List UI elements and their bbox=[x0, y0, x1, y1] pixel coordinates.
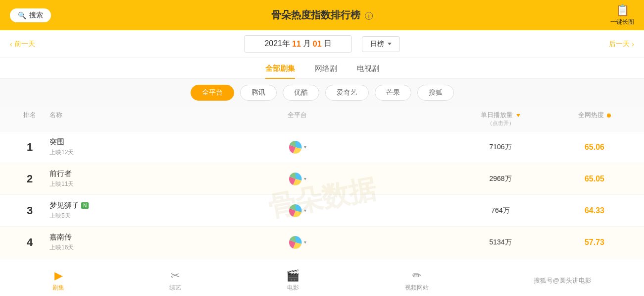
nav-variety[interactable]: ✂ 综艺 bbox=[169, 269, 181, 292]
bottom-nav: ▶ 剧集 ✂ 综艺 🎬 电影 ✏ 视频网站 搜狐号@圆头讲电影 bbox=[0, 265, 644, 296]
platform-mango[interactable]: 芒果 bbox=[375, 85, 411, 101]
plays-3: 764万 bbox=[446, 206, 555, 215]
tab-all-dramas[interactable]: 全部剧集 bbox=[265, 64, 295, 78]
date-day: 01 bbox=[313, 40, 322, 49]
main-content: 🔍 搜索 骨朵热度指数排行榜 i 📋 一键长图 ‹ 前一天 2021年 11 月… bbox=[0, 0, 644, 296]
prev-day-button[interactable]: ‹ 前一天 bbox=[10, 40, 35, 49]
show-days-3: 上映5天 bbox=[50, 212, 149, 220]
top-bar: 🔍 搜索 骨朵热度指数排行榜 i 📋 一键长图 bbox=[0, 0, 644, 30]
plays-sub: （点击开） bbox=[446, 119, 555, 127]
rank-2: 2 bbox=[10, 173, 50, 185]
show-info-3: 梦见狮子 N 上映5天 bbox=[50, 201, 149, 220]
nav-video-site[interactable]: ✏ 视频网站 bbox=[405, 269, 429, 292]
platform-youku[interactable]: 优酷 bbox=[283, 85, 319, 101]
next-day-button[interactable]: 后一天 › bbox=[609, 40, 634, 49]
header-rank: 排名 bbox=[10, 111, 50, 127]
date-wrapper: 2021年 11 月 01 日 日榜 bbox=[244, 35, 399, 53]
heat-3: 64.33 bbox=[555, 206, 634, 215]
rank-3: 3 bbox=[10, 204, 50, 217]
show-info-2: 前行者 上映11天 bbox=[50, 169, 149, 188]
variety-icon: ✂ bbox=[171, 269, 180, 282]
table-row: 2 前行者 上映11天 ▾ 2968万 65.05 bbox=[0, 163, 644, 195]
show-days-4: 上映16天 bbox=[50, 243, 149, 252]
show-name-3: 梦见狮子 N bbox=[50, 201, 149, 210]
show-days-2: 上映11天 bbox=[50, 180, 149, 188]
platform-bar: 全平台 腾讯 优酷 爱奇艺 芒果 搜狐 bbox=[0, 79, 644, 107]
movie-icon: 🎬 bbox=[286, 269, 299, 282]
page-title: 骨朵热度指数排行榜 i bbox=[271, 8, 373, 22]
table-row: 4 嘉南传 上映16天 ▾ 5134万 57.73 bbox=[0, 227, 644, 258]
tab-tv-dramas[interactable]: 电视剧 bbox=[357, 64, 379, 78]
table-row: 3 梦见狮子 N 上映5天 ▾ 764万 64.33 bbox=[0, 195, 644, 227]
platform-all[interactable]: 全平台 bbox=[191, 85, 234, 101]
date-separator: 月 bbox=[303, 39, 311, 49]
date-month: 11 bbox=[292, 40, 301, 49]
nav-movie[interactable]: 🎬 电影 bbox=[286, 269, 299, 292]
pie-chart-2 bbox=[288, 172, 303, 186]
pie-chart-4 bbox=[288, 235, 303, 250]
nav-drama[interactable]: ▶ 剧集 bbox=[52, 269, 64, 292]
tab-web-dramas[interactable]: 网络剧 bbox=[315, 64, 337, 78]
show-info-1: 突围 上映12天 bbox=[50, 137, 149, 157]
show-days-1: 上映12天 bbox=[50, 148, 149, 157]
search-button[interactable]: 🔍 搜索 bbox=[10, 8, 51, 22]
platform-dropdown-2[interactable]: ▾ bbox=[304, 176, 306, 181]
platform-dropdown-3[interactable]: ▾ bbox=[304, 208, 306, 213]
tab-bar: 全部剧集 网络剧 电视剧 bbox=[0, 58, 644, 79]
heat-4: 57.73 bbox=[555, 238, 634, 247]
drama-icon: ▶ bbox=[54, 269, 63, 282]
table-row: 1 突围 上映12天 ▾ 7106万 65.06 bbox=[0, 131, 644, 163]
date-selector[interactable]: 2021年 11 月 01 日 bbox=[244, 35, 351, 53]
platform-iqiyi[interactable]: 爱奇艺 bbox=[325, 85, 369, 101]
pie-chart-1 bbox=[288, 140, 303, 155]
platform-dropdown-4[interactable]: ▾ bbox=[304, 239, 306, 245]
period-dropdown-arrow bbox=[388, 43, 392, 45]
show-name-4: 嘉南传 bbox=[50, 233, 149, 242]
table-header: 排名 名称 全平台 单日播放量 （点击开） 全网热度 bbox=[0, 107, 644, 131]
header-plays: 单日播放量 （点击开） bbox=[446, 111, 555, 127]
rank-1: 1 bbox=[10, 141, 50, 154]
platform-sohu[interactable]: 搜狐 bbox=[417, 85, 454, 101]
show-badge-3: N bbox=[81, 202, 89, 209]
nav-drama-label: 剧集 bbox=[52, 284, 64, 292]
header-name: 名称 bbox=[50, 111, 149, 127]
header-heat: 全网热度 bbox=[555, 111, 634, 127]
pie-chart-3 bbox=[288, 203, 303, 218]
show-info-4: 嘉南传 上映16天 bbox=[50, 233, 149, 252]
screenshot-label: 一键长图 bbox=[610, 18, 634, 26]
date-year: 2021年 bbox=[264, 39, 290, 49]
heat-2: 65.05 bbox=[555, 175, 634, 183]
nav-video-label: 视频网站 bbox=[405, 284, 429, 292]
heat-1: 65.06 bbox=[555, 143, 634, 152]
nav-movie-label: 电影 bbox=[287, 284, 299, 292]
period-selector[interactable]: 日榜 bbox=[362, 36, 400, 52]
rank-4: 4 bbox=[10, 236, 50, 249]
date-day-suffix: 日 bbox=[324, 39, 332, 49]
search-label: 搜索 bbox=[29, 11, 43, 20]
platform-icon-1: ▾ bbox=[149, 140, 446, 155]
date-nav: ‹ 前一天 2021年 11 月 01 日 日榜 后一天 › bbox=[0, 30, 644, 58]
ranking-table-section: 骨朵数据 排名 名称 全平台 单日播放量 （点击开） 全网热度 1 突围 上映1… bbox=[0, 107, 644, 290]
video-site-icon: ✏ bbox=[412, 269, 421, 282]
plays-1: 7106万 bbox=[446, 143, 555, 152]
sohu-credit: 搜狐号@圆头讲电影 bbox=[534, 276, 592, 285]
info-icon[interactable]: i bbox=[365, 12, 373, 20]
platform-icon-3: ▾ bbox=[149, 203, 446, 218]
header-platform: 全平台 bbox=[149, 111, 446, 127]
screenshot-button[interactable]: 📋 一键长图 bbox=[610, 4, 634, 26]
show-name-2: 前行者 bbox=[50, 169, 149, 178]
nav-variety-label: 综艺 bbox=[169, 284, 181, 292]
heat-dot-icon bbox=[607, 114, 611, 118]
platform-dropdown-1[interactable]: ▾ bbox=[304, 144, 306, 150]
platform-icon-4: ▾ bbox=[149, 235, 446, 250]
plays-4: 5134万 bbox=[446, 238, 555, 247]
platform-tencent[interactable]: 腾讯 bbox=[240, 85, 277, 101]
show-name-1: 突围 bbox=[50, 137, 149, 147]
plays-2: 2968万 bbox=[446, 175, 555, 183]
sort-arrow bbox=[516, 114, 520, 117]
platform-icon-2: ▾ bbox=[149, 172, 446, 186]
